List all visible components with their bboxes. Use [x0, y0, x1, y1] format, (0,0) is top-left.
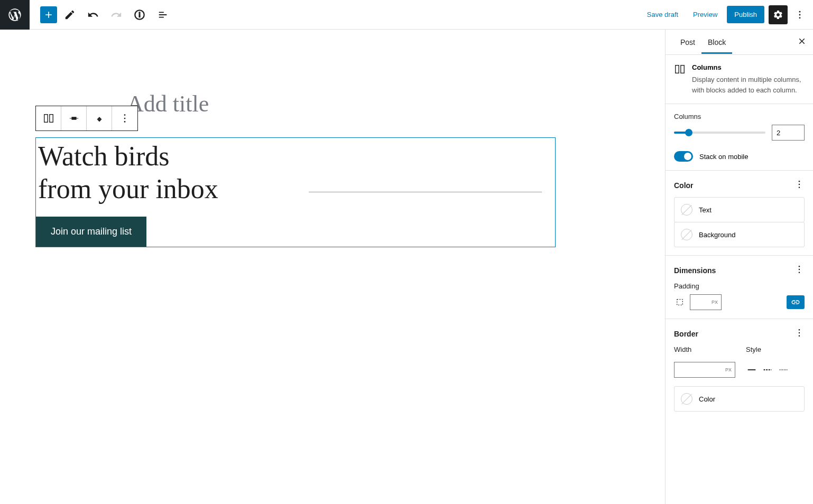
border-options[interactable]: [794, 328, 805, 340]
move-button[interactable]: [87, 106, 112, 130]
padding-row: PX: [674, 294, 805, 310]
border-width-input[interactable]: PX: [674, 362, 735, 378]
editor-canvas: Add title Watch birds from your inbox Jo…: [0, 30, 665, 504]
preview-button[interactable]: Preview: [688, 6, 723, 23]
columns-block[interactable]: Watch birds from your inbox Join our mai…: [35, 137, 556, 247]
block-info-text: Columns Display content in multiple colu…: [692, 63, 805, 95]
color-panel-title: Color: [674, 181, 694, 190]
settings-sidebar: Post Block Columns Display content in mu…: [665, 30, 813, 504]
svg-rect-1: [139, 14, 140, 17]
svg-rect-2: [139, 12, 140, 13]
close-sidebar-button[interactable]: [797, 36, 807, 48]
border-color-button[interactable]: Color: [674, 386, 805, 412]
edit-tool-button[interactable]: [59, 4, 80, 25]
border-color-label: Color: [699, 395, 715, 403]
color-panel-options[interactable]: [794, 179, 805, 192]
border-panel: Border Width PX Style: [666, 319, 813, 419]
svg-point-23: [799, 332, 800, 334]
tab-post[interactable]: Post: [674, 31, 701, 54]
add-block-button[interactable]: [40, 6, 57, 23]
text-color-label: Text: [699, 206, 712, 214]
slider-thumb[interactable]: [685, 129, 692, 136]
border-width-label: Width: [674, 346, 735, 353]
columns-slider-row: [674, 125, 805, 141]
svg-rect-14: [681, 66, 684, 73]
border-style-solid[interactable]: [746, 364, 757, 376]
block-toolbar: [35, 106, 138, 131]
separator-block[interactable]: [309, 192, 542, 192]
background-color-label: Background: [699, 231, 735, 239]
stack-mobile-label: Stack on mobile: [699, 153, 749, 161]
svg-rect-13: [676, 66, 679, 73]
padding-sides-button[interactable]: [674, 296, 686, 308]
svg-point-3: [799, 11, 801, 12]
svg-rect-7: [49, 115, 52, 123]
sidebar-tabs: Post Block: [666, 30, 813, 55]
columns-icon: [674, 63, 686, 95]
align-button[interactable]: [61, 106, 87, 130]
more-options-button[interactable]: [792, 5, 808, 24]
wordpress-logo[interactable]: [0, 0, 30, 30]
toolbar-left: [0, 0, 173, 29]
columns-label: Columns: [674, 113, 805, 120]
text-color-button[interactable]: Text: [674, 197, 805, 222]
padding-input[interactable]: PX: [690, 294, 722, 310]
svg-point-24: [799, 335, 800, 337]
svg-rect-21: [677, 300, 683, 305]
dimensions-title: Dimensions: [674, 266, 716, 275]
columns-input[interactable]: [772, 125, 805, 141]
background-color-button[interactable]: Background: [674, 222, 805, 247]
columns-panel: Columns Stack on mobile: [666, 104, 813, 171]
column-2[interactable]: [295, 138, 556, 247]
background-color-swatch: [681, 229, 692, 240]
stack-mobile-toggle[interactable]: [674, 151, 693, 162]
cta-button[interactable]: Join our mailing list: [36, 217, 146, 247]
block-type-button[interactable]: [36, 106, 61, 130]
tab-block[interactable]: Block: [701, 31, 732, 54]
svg-point-5: [799, 17, 801, 18]
dimensions-panel: Dimensions Padding PX: [666, 256, 813, 319]
svg-point-4: [799, 14, 801, 15]
border-style-buttons: [746, 364, 789, 376]
block-name: Columns: [692, 63, 805, 71]
undo-button[interactable]: [82, 4, 104, 25]
border-title: Border: [674, 330, 698, 338]
border-color-swatch: [681, 393, 692, 405]
block-info-panel: Columns Display content in multiple colu…: [666, 55, 813, 104]
heading-block[interactable]: Watch birds from your inbox: [36, 138, 295, 206]
info-button[interactable]: [129, 4, 150, 25]
outline-button[interactable]: [152, 4, 173, 25]
svg-point-16: [799, 184, 800, 185]
svg-point-18: [799, 266, 800, 267]
save-draft-button[interactable]: Save draft: [642, 6, 683, 23]
svg-point-15: [799, 181, 800, 182]
publish-button[interactable]: Publish: [727, 6, 764, 23]
toolbar-tools: [30, 4, 173, 25]
svg-point-20: [799, 272, 800, 274]
svg-point-17: [799, 187, 800, 189]
block-more-button[interactable]: [112, 106, 137, 130]
columns-slider[interactable]: [674, 132, 765, 134]
border-controls: Width PX Style: [674, 346, 805, 378]
border-style-dashed[interactable]: [762, 364, 773, 376]
column-1[interactable]: Watch birds from your inbox Join our mai…: [36, 138, 295, 247]
svg-point-11: [124, 118, 126, 119]
block-description: Display content in multiple columns, wit…: [692, 74, 805, 95]
settings-button[interactable]: [769, 5, 788, 24]
border-style-dotted[interactable]: [778, 364, 789, 376]
padding-label: Padding: [674, 282, 805, 290]
dimensions-options[interactable]: [794, 264, 805, 277]
svg-point-12: [124, 121, 126, 123]
color-panel: Color Text Background: [666, 171, 813, 256]
main-area: Add title Watch birds from your inbox Jo…: [0, 30, 813, 504]
svg-point-22: [799, 329, 800, 331]
redo-button[interactable]: [106, 4, 127, 25]
stack-toggle-row: Stack on mobile: [674, 151, 805, 162]
toolbar-right: Save draft Preview Publish: [642, 0, 813, 29]
svg-point-10: [124, 114, 126, 116]
text-color-swatch: [681, 204, 692, 216]
svg-point-19: [799, 269, 800, 270]
post-title-input[interactable]: Add title: [127, 90, 209, 117]
top-toolbar: Save draft Preview Publish: [0, 0, 813, 30]
link-sides-button[interactable]: [787, 295, 805, 309]
